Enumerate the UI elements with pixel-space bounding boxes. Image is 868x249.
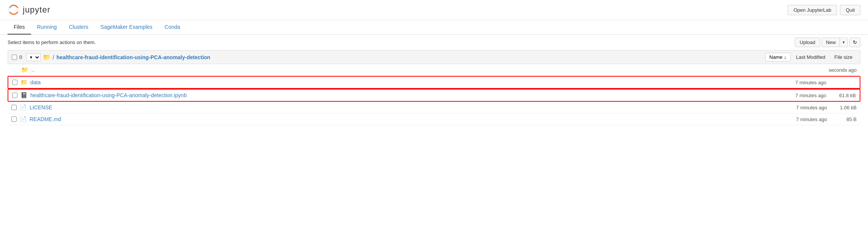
- data-folder-modified: 7 minutes ago: [773, 80, 826, 85]
- file-row-readme: 📄 README.md 7 minutes ago 85 B: [8, 113, 860, 125]
- toolbar-hint: Select items to perform actions on them.: [8, 39, 96, 45]
- readme-name[interactable]: README.md: [30, 116, 771, 122]
- new-button-caret[interactable]: ▾: [840, 38, 848, 46]
- new-button-group: New ▾: [822, 38, 848, 47]
- parent-row: 📁 .. seconds ago: [8, 64, 860, 76]
- toolbar-right: Upload New ▾ ↻: [795, 38, 860, 47]
- license-name[interactable]: LICENSE: [30, 104, 771, 110]
- breadcrumb-path[interactable]: healthcare-fraud-identification-using-PC…: [56, 54, 763, 60]
- tabs-bar: Files Running Clusters SageMaker Example…: [0, 20, 868, 35]
- last-modified-col-header: Last Modified: [792, 53, 829, 61]
- breadcrumb-row: 0 ▾ 📁 / healthcare-fraud-identification-…: [8, 50, 860, 64]
- file-size-col-header: File size: [830, 53, 856, 61]
- readme-checkbox[interactable]: [11, 117, 17, 122]
- notebook-modified: 7 minutes ago: [773, 93, 826, 98]
- jupyter-logo-icon: [8, 4, 20, 16]
- select-all-checkbox[interactable]: [12, 55, 17, 60]
- breadcrumb-separator: /: [53, 54, 54, 60]
- new-button[interactable]: New: [822, 38, 840, 47]
- svg-point-0: [8, 5, 19, 15]
- header: jupyter Open JupyterLab Quit: [0, 0, 868, 20]
- data-folder-name[interactable]: data: [30, 79, 770, 85]
- sort-arrow: ↓: [784, 54, 787, 60]
- selected-count: 0: [19, 54, 24, 60]
- toolbar: Select items to perform actions on them.…: [0, 35, 868, 50]
- file-row-license: 📄 LICENSE 7 minutes ago 1.06 kB: [8, 102, 860, 113]
- action-dropdown[interactable]: ▾: [26, 54, 41, 61]
- readme-file-icon: 📄: [20, 116, 27, 123]
- file-row-notebook: 📓 healthcare-fraud-identification-using-…: [8, 89, 860, 102]
- data-folder-icon: 📁: [20, 79, 27, 86]
- parent-modified: seconds ago: [804, 67, 857, 73]
- license-file-icon: 📄: [20, 104, 27, 111]
- license-size: 1.06 kB: [830, 105, 857, 110]
- license-checkbox[interactable]: [11, 105, 17, 110]
- file-row-data: 📁 data 7 minutes ago: [8, 76, 860, 89]
- tab-sagemaker[interactable]: SageMaker Examples: [94, 20, 158, 35]
- quit-button[interactable]: Quit: [840, 5, 860, 15]
- notebook-checkbox[interactable]: [12, 93, 17, 98]
- license-modified: 7 minutes ago: [774, 105, 827, 110]
- readme-size: 85 B: [830, 117, 857, 122]
- logo-area: jupyter: [8, 4, 50, 16]
- upload-button[interactable]: Upload: [795, 38, 820, 47]
- open-jupyterlab-button[interactable]: Open JupyterLab: [788, 5, 837, 15]
- header-buttons: Open JupyterLab Quit: [788, 5, 860, 15]
- readme-modified: 7 minutes ago: [774, 117, 827, 122]
- column-headers: Name ↓ Last Modified File size: [765, 53, 856, 61]
- name-col-label: Name: [769, 54, 783, 60]
- tab-running[interactable]: Running: [31, 20, 63, 35]
- file-browser: 0 ▾ 📁 / healthcare-fraud-identification-…: [0, 50, 868, 125]
- notebook-icon: 📓: [20, 92, 27, 99]
- notebook-name[interactable]: healthcare-fraud-identification-using-PC…: [30, 92, 770, 98]
- tab-clusters[interactable]: Clusters: [63, 20, 94, 35]
- notebook-size: 61.8 kB: [829, 93, 856, 98]
- breadcrumb-folder-icon: 📁: [43, 54, 50, 61]
- logo-text: jupyter: [23, 5, 50, 15]
- parent-link[interactable]: ..: [31, 67, 801, 73]
- tab-conda[interactable]: Conda: [158, 20, 186, 35]
- tab-files[interactable]: Files: [8, 20, 31, 35]
- refresh-button[interactable]: ↻: [849, 38, 860, 47]
- parent-folder-icon: 📁: [21, 66, 28, 73]
- data-checkbox[interactable]: [12, 80, 17, 85]
- name-sort-button[interactable]: Name ↓: [765, 53, 791, 61]
